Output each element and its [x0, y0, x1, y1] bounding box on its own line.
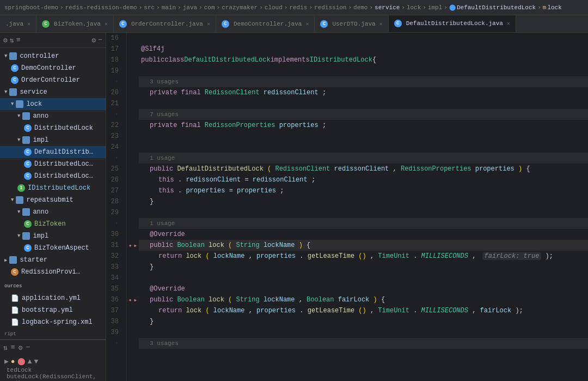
breadcrumb-crazymaker[interactable]: crazymaker	[222, 4, 258, 11]
sidebar-item-impl[interactable]: ▼ impl	[0, 134, 106, 146]
tab-java[interactable]: .java ✕	[0, 15, 36, 33]
sidebar-item-controller[interactable]: ▼ controller	[0, 50, 106, 62]
bt-align-icon[interactable]: ⇅	[3, 343, 8, 352]
sidebar-item-distributedlock[interactable]: C DistributedLock	[0, 122, 106, 134]
toolbar-settings-icon[interactable]: ⚙	[3, 36, 8, 45]
breadcrumb-java[interactable]: java	[183, 4, 197, 11]
tab-biztoken-label: BizToken.java	[54, 21, 101, 27]
sidebar-item-anno2[interactable]: ▼ anno	[0, 206, 106, 218]
main-layout: ⚙ ⇅ ≡ ⚙ − ▼ controller C DemoController …	[0, 33, 588, 381]
sidebar-item-biztoken[interactable]: C BizToken	[0, 218, 106, 230]
toolbar-close-icon[interactable]: −	[98, 36, 102, 44]
toolbar-config-icon[interactable]: ⚙	[91, 36, 96, 45]
sidebar-tree: ▼ controller C DemoController C OrderCon…	[0, 48, 106, 339]
tab-democontroller-close[interactable]: ✕	[305, 21, 309, 27]
tab-defaultdistributedlock[interactable]: C DefaultDistributedLock.java ✕	[389, 15, 516, 33]
sidebar-item-biztokenaspect[interactable]: C BizTokenAspect	[0, 242, 106, 254]
sidebar-item-distributedlockasp[interactable]: C DistributedLockAsp...	[0, 158, 106, 170]
sidebar-ript-text: ript	[4, 331, 16, 337]
folder-lock-icon	[16, 100, 23, 108]
tab-userdto-close[interactable]: ✕	[379, 21, 383, 27]
code-line-35: @Override	[139, 283, 588, 294]
folder-service-icon	[9, 88, 17, 96]
sidebar-item-resources[interactable]: ources	[0, 280, 106, 292]
breadcrumb-com[interactable]: com	[204, 4, 215, 11]
tab-default-close[interactable]: ✕	[507, 20, 510, 27]
class-icon-default: C	[24, 148, 32, 156]
file-icon-app: 📄	[11, 294, 19, 303]
bt-err-icon: ⬤	[17, 357, 26, 366]
bt-minus-icon[interactable]: −	[26, 343, 30, 352]
bt-warn-icon: ●	[11, 358, 15, 366]
breadcrumb-springboot[interactable]: springboot-demo	[4, 4, 58, 11]
breadcrumb-src[interactable]: src	[144, 4, 155, 11]
toolbar-sort-icon[interactable]: ⇅	[10, 36, 14, 45]
toolbar-filter-icon[interactable]: ≡	[16, 36, 21, 44]
sidebar-label-service: service	[20, 88, 47, 96]
code-line-29	[139, 207, 588, 218]
sidebar-item-applicationyml[interactable]: 📄 application.yml	[0, 292, 106, 304]
tab-biztoken[interactable]: C BizToken.java ✕	[36, 15, 114, 33]
bt-filter-icon[interactable]: ≡	[11, 343, 15, 352]
sidebar-label-applicationyml: application.yml	[22, 294, 81, 302]
debug-text-1: tedLock	[4, 367, 101, 373]
tab-biztoken-close[interactable]: ✕	[105, 21, 108, 27]
tab-ordercontroller[interactable]: C OrderController.java ✕	[114, 15, 216, 33]
sidebar-item-distributedlockexc[interactable]: C DistributedLockExc...	[0, 170, 106, 182]
sidebar-item-redissionprovider[interactable]: C RedissionProviderApplica...	[0, 266, 106, 278]
file-icon-logback: 📄	[11, 318, 19, 326]
tab-ordercontroller-icon: C	[119, 20, 127, 28]
breadcrumb-cloud[interactable]: cloud	[265, 4, 283, 11]
sidebar-item-impl2[interactable]: ▼ impl	[0, 230, 106, 242]
sidebar-item-starter[interactable]: ▶ starter	[0, 254, 106, 266]
tab-java-close[interactable]: ✕	[27, 21, 30, 27]
sidebar-label-impl2: impl	[33, 232, 48, 240]
breakpoint-36[interactable]: ● ▶	[127, 294, 139, 305]
sidebar-item-democontroller[interactable]: C DemoController	[0, 62, 106, 74]
sidebar-label-anno2: anno	[33, 208, 48, 216]
debug-item-1[interactable]: ▶ ● ⬤ ▲ ▼	[4, 357, 101, 366]
sidebar-item-anno[interactable]: ▼ anno	[0, 110, 106, 122]
code-line-32: return lock ( lockName , properties . ge…	[139, 251, 588, 262]
code-content: 16 17 18 19 · 20 21 · 22 23 24 · 25 26 2…	[106, 33, 588, 381]
sidebar-item-lock[interactable]: ▼ lock	[0, 98, 106, 110]
sidebar-item-logbackxml[interactable]: 📄 logback-spring.xml	[0, 316, 106, 328]
breadcrumb-main[interactable]: main	[162, 4, 176, 11]
folder-anno-icon	[22, 112, 30, 120]
expand-anno: ▼	[17, 113, 20, 119]
usage-hint-7: 7 usages	[139, 109, 588, 120]
sidebar-item-bootstrapyml[interactable]: 📄 bootstrap.yml	[0, 304, 106, 316]
sidebar-item-defaultdistrib[interactable]: C DefaultDistributedL...	[0, 146, 106, 158]
usage-hint-3: 3 usages	[139, 76, 588, 87]
code-line-26: this . redissonClient = redissonClient ;	[139, 174, 588, 185]
tab-democontroller[interactable]: C DemoController.java ✕	[216, 15, 315, 33]
breadcrumb-service[interactable]: service	[375, 4, 400, 11]
breadcrumb-class[interactable]: ⬤	[449, 4, 456, 11]
code-line-39	[139, 327, 588, 338]
breadcrumb-redission[interactable]: redission	[314, 4, 346, 11]
breadcrumb-redis[interactable]: redis-redission-demo	[65, 4, 137, 11]
sidebar-item-ordercontroller[interactable]: C OrderController	[0, 74, 106, 86]
breadcrumb-redis2[interactable]: redis	[289, 4, 307, 11]
breadcrumb-lock[interactable]: lock	[407, 4, 421, 11]
sidebar-item-idistributedlock[interactable]: I IDistributedLock	[0, 182, 106, 194]
bt-settings-icon[interactable]: ⚙	[19, 343, 23, 352]
code-area: 16 17 18 19 · 20 21 · 22 23 24 · 25 26 2…	[106, 33, 588, 381]
usage-hint-1: 1 usage	[139, 153, 588, 164]
sidebar-item-repeatsubmit[interactable]: ▼ repeatsubmit	[0, 194, 106, 206]
breadcrumb-impl[interactable]: impl	[428, 4, 442, 11]
sidebar-label-controller: controller	[20, 52, 59, 60]
breadcrumb-demo[interactable]: demo	[353, 4, 367, 11]
breadcrumb-classname[interactable]: DefaultDistributedLock	[457, 4, 536, 11]
breadcrumb-methodname[interactable]: lock	[547, 4, 561, 11]
sidebar-label-idistributedlock: IDistributedLock	[28, 184, 90, 192]
code-line-31: public Boolean lock ( String lockName ) …	[139, 240, 588, 251]
sidebar-label-repeatsubmit: repeatsubmit	[26, 196, 73, 204]
breakpoint-31[interactable]: ● ▶	[127, 240, 139, 251]
breadcrumb-method[interactable]: m	[543, 4, 547, 11]
tab-userdto[interactable]: C UserDTO.java ✕	[315, 15, 388, 33]
sidebar-label-distributedlock: DistributedLock	[34, 124, 93, 132]
tab-ordercontroller-close[interactable]: ✕	[207, 21, 210, 27]
sidebar-item-service[interactable]: ▼ service	[0, 86, 106, 98]
sidebar-item-ript[interactable]: ript	[0, 328, 106, 339]
